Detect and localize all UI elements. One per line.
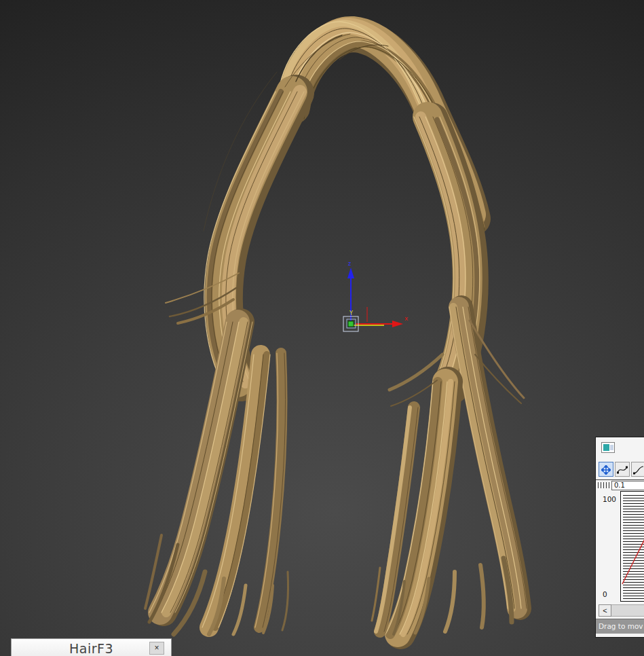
object-name-label: HairF3 <box>12 641 171 656</box>
y-axis-label: Y <box>349 310 353 316</box>
axis-min-label: 0 <box>603 590 607 598</box>
curve-tool-icon <box>617 465 628 475</box>
ruler-ticks <box>598 482 610 488</box>
thumbnail-image <box>603 444 609 451</box>
3d-viewport[interactable]: z x Y HairF3 × <box>0 0 644 656</box>
x-axis-arrow[interactable]: x <box>356 307 409 327</box>
curve-tool-button[interactable] <box>615 462 630 477</box>
preview-thumbnail-icon[interactable] <box>601 442 615 453</box>
scroll-row: < <box>596 604 644 617</box>
move-tool-icon <box>601 465 611 475</box>
axis-max-label: 100 <box>603 495 616 503</box>
curve-line <box>621 492 644 601</box>
curve-editor-panel: 0.1 100 0 < Drag to mov <box>595 437 644 638</box>
hair-model[interactable] <box>145 22 527 634</box>
curve-tool-2-button[interactable] <box>631 462 644 477</box>
thumbnail-image-2 <box>610 445 613 450</box>
panel-status: Drag to mov <box>596 619 644 634</box>
value-row: 0.1 <box>596 479 644 490</box>
value-field[interactable]: 0.1 <box>611 481 644 490</box>
curve-tool-2-icon <box>633 465 644 475</box>
object-name-tab[interactable]: HairF3 × <box>11 638 172 656</box>
scene-canvas[interactable]: z x Y <box>0 0 644 656</box>
scroll-left-button[interactable]: < <box>599 604 611 617</box>
z-axis-label: z <box>348 261 351 267</box>
curve-plot[interactable] <box>620 491 644 602</box>
close-button[interactable]: × <box>149 642 164 655</box>
x-axis-label: x <box>404 315 409 322</box>
panel-toolbar <box>597 462 644 478</box>
y-axis-arrow[interactable]: Y <box>349 310 384 325</box>
move-tool-button[interactable] <box>599 462 613 477</box>
transform-gizmo[interactable]: z x Y <box>343 261 409 331</box>
